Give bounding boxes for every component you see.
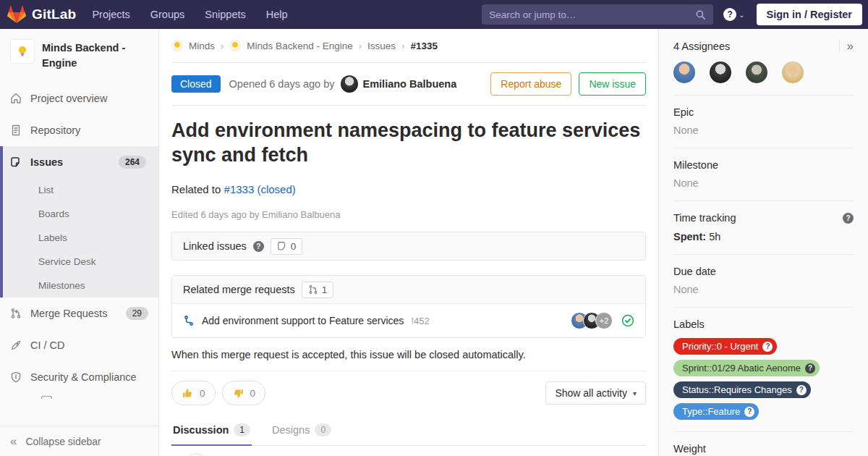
tab-discussion[interactable]: Discussion 1 bbox=[171, 416, 252, 445]
time-tracking-section: Time tracking ? Spent: 5h bbox=[673, 201, 854, 255]
nav-item-help[interactable]: Help bbox=[266, 9, 288, 20]
milestone-title: Milestone bbox=[673, 159, 718, 171]
issue-status-row: Closed Opened 6 days ago by Emiliano Bal… bbox=[171, 63, 646, 106]
milestone-value: None bbox=[673, 177, 854, 189]
related-mrs-panel: Related merge requests 1 bbox=[171, 275, 646, 338]
sidebar-active-section: Issues 264 List Boards Labels Service De… bbox=[0, 146, 158, 297]
sidebar-item-label: CI / CD bbox=[30, 339, 65, 351]
epic-section: Epic None bbox=[673, 96, 854, 148]
breadcrumb-project[interactable]: Minds Backend - Engine bbox=[247, 41, 352, 51]
opened-text: Opened 6 days ago by bbox=[229, 78, 335, 90]
merge-request-row[interactable]: Add environment support to Feature servi… bbox=[172, 303, 645, 337]
weight-section: Weight 2 bbox=[673, 432, 854, 456]
issue-title: Add environment namespacing to feature s… bbox=[171, 118, 646, 167]
tab-count-badge: 0 bbox=[315, 423, 331, 436]
issues-count-badge: 264 bbox=[119, 156, 146, 169]
thumbs-down-button[interactable]: 0 bbox=[222, 381, 266, 405]
help-menu[interactable]: ? ⌄ bbox=[723, 8, 744, 21]
label-sprint[interactable]: Sprint::01/29 Abatic Aenome ? bbox=[673, 360, 820, 376]
top-navbar: GitLab Projects Groups Snippets Help ? ⌄… bbox=[0, 0, 868, 29]
breadcrumb-minds[interactable]: Minds bbox=[189, 41, 215, 51]
nav-item-snippets[interactable]: Snippets bbox=[205, 9, 245, 20]
sidebar-item-label: Security & Compliance bbox=[30, 371, 137, 383]
sidebar-item-partial-icon bbox=[41, 396, 52, 399]
label-priority-urgent[interactable]: Priority::0 - Urgent ? bbox=[673, 338, 777, 355]
tab-label: Discussion bbox=[173, 424, 229, 436]
assignee-avatar[interactable] bbox=[673, 62, 695, 83]
assignee-avatar[interactable] bbox=[782, 62, 804, 83]
assignee-avatar[interactable] bbox=[746, 62, 767, 83]
nav-item-projects[interactable]: Projects bbox=[92, 9, 129, 20]
issues-icon bbox=[277, 241, 287, 251]
collapse-left-icon: « bbox=[10, 435, 17, 447]
merge-request-icon bbox=[308, 284, 318, 295]
nav-item-groups[interactable]: Groups bbox=[150, 9, 185, 20]
check-circle-icon bbox=[621, 314, 634, 327]
assignees-title: 4 Assignees bbox=[673, 41, 730, 52]
sidebar-subitem-service-desk[interactable]: Service Desk bbox=[3, 250, 158, 274]
related-issue-link[interactable]: #1333 (closed) bbox=[224, 183, 296, 195]
chevron-right-icon: › bbox=[221, 41, 224, 51]
search-input[interactable] bbox=[489, 9, 695, 20]
collapse-sidebar-label: Collapse sidebar bbox=[25, 436, 101, 447]
merge-request-ref: !452 bbox=[411, 316, 429, 326]
sidebar-item-ci-cd[interactable]: CI / CD bbox=[0, 329, 158, 361]
author-avatar[interactable] bbox=[341, 75, 358, 93]
sidebar-item-project-overview[interactable]: Project overview bbox=[0, 83, 158, 114]
sidebar-subitem-milestones[interactable]: Milestones bbox=[3, 274, 158, 297]
report-abuse-button[interactable]: Report abuse bbox=[490, 72, 571, 96]
thumbs-up-button[interactable]: 0 bbox=[171, 381, 216, 405]
linked-issues-panel: Linked issues ? 0 bbox=[171, 232, 646, 261]
gitlab-logo[interactable]: GitLab bbox=[7, 5, 76, 24]
sidebar-item-issues[interactable]: Issues 264 bbox=[3, 146, 158, 178]
thumbs-down-count: 0 bbox=[250, 388, 256, 399]
author-name[interactable]: Emiliano Balbuena bbox=[363, 78, 457, 90]
sidebar-subitem-labels[interactable]: Labels bbox=[3, 226, 158, 250]
help-icon[interactable]: ? bbox=[253, 241, 264, 252]
sign-in-register-button[interactable]: Sign in / Register bbox=[757, 4, 862, 25]
activity-filter-dropdown[interactable]: Show all activity ▾ bbox=[545, 381, 646, 405]
merge-request-title[interactable]: Add environment support to Feature servi… bbox=[202, 315, 404, 326]
merge-branch-icon bbox=[183, 315, 195, 326]
edited-line: Edited 6 days ago by Emiliano Balbuena bbox=[171, 209, 646, 220]
collapse-sidebar-button[interactable]: « Collapse sidebar bbox=[0, 426, 158, 456]
comment-avatar bbox=[184, 453, 208, 456]
sidebar-item-repository[interactable]: Repository bbox=[0, 114, 158, 146]
label-text: Type::Feature bbox=[682, 406, 740, 417]
label-type-feature[interactable]: Type::Feature ? bbox=[673, 403, 759, 420]
tab-designs[interactable]: Designs 0 bbox=[271, 416, 333, 445]
assignee-avatar[interactable] bbox=[710, 62, 731, 83]
sidebar-item-security-compliance[interactable]: Security & Compliance bbox=[0, 361, 158, 393]
related-prefix: Related to bbox=[171, 183, 221, 195]
merge-requests-count-badge: 29 bbox=[126, 307, 148, 320]
extra-avatars-badge[interactable]: +2 bbox=[595, 312, 613, 329]
search-icon bbox=[695, 9, 706, 20]
collapse-right-sidebar-icon[interactable]: » bbox=[839, 40, 854, 52]
issues-icon bbox=[10, 156, 22, 168]
sidebar-item-merge-requests[interactable]: Merge Requests 29 bbox=[0, 297, 158, 329]
sidebar-subitem-boards[interactable]: Boards bbox=[3, 202, 158, 226]
rocket-icon bbox=[10, 339, 22, 351]
related-mrs-count: 1 bbox=[302, 282, 334, 298]
weight-title: Weight bbox=[673, 443, 706, 455]
label-status-requires-changes[interactable]: Status::Requires Changes ? bbox=[673, 381, 811, 398]
activity-filter-label: Show all activity bbox=[555, 387, 627, 399]
epic-value: None bbox=[673, 124, 854, 136]
spent-value: 5h bbox=[709, 231, 720, 242]
spent-label: Spent: bbox=[673, 231, 706, 242]
thumbs-up-count: 0 bbox=[200, 388, 205, 399]
assignees-section: 4 Assignees » bbox=[673, 29, 854, 96]
sidebar-subitem-list[interactable]: List bbox=[3, 178, 158, 202]
new-issue-button[interactable]: New issue bbox=[579, 72, 646, 96]
project-header[interactable]: Minds Backend - Engine bbox=[0, 29, 158, 83]
global-search[interactable] bbox=[482, 4, 713, 25]
merge-request-icon bbox=[10, 308, 22, 319]
gitlab-logo-text: GitLab bbox=[32, 7, 76, 22]
sidebar-item-label: Project overview bbox=[30, 93, 107, 104]
issue-sidebar: 4 Assignees » Epic None Milestone None T… bbox=[658, 29, 868, 456]
breadcrumb-issues[interactable]: Issues bbox=[367, 41, 396, 51]
related-mrs-count-value: 1 bbox=[322, 284, 328, 295]
help-icon[interactable]: ? bbox=[843, 213, 854, 224]
help-icon: ? bbox=[723, 8, 736, 21]
issue-main: Minds › Minds Backend - Engine › Issues … bbox=[159, 29, 658, 456]
